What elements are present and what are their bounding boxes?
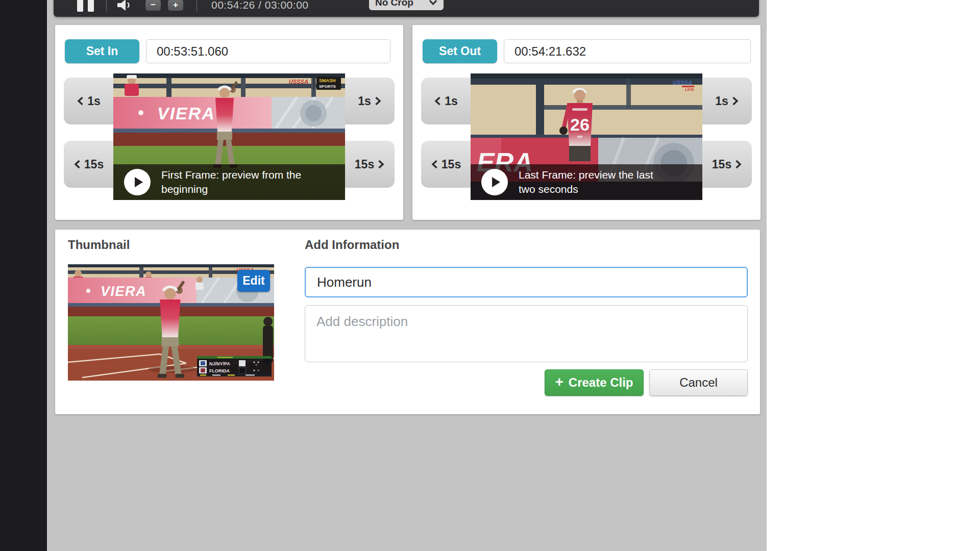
- set-in-button[interactable]: Set In: [65, 39, 139, 63]
- first-frame-caption-overlay: First Frame: preview from the beginning: [113, 164, 345, 200]
- scoreboard-team-1: NJ/NY/PA: [209, 361, 230, 366]
- chevron-right-icon: [732, 96, 739, 106]
- play-first-frame-button[interactable]: [124, 169, 151, 195]
- jersey-number: 26: [570, 115, 590, 134]
- clip-description-input[interactable]: [305, 305, 748, 362]
- last-frame-caption-overlay: Last Frame: preview the last two seconds: [471, 164, 702, 200]
- crop-select[interactable]: No Crop: [369, 0, 444, 10]
- chevron-left-icon: [77, 96, 84, 106]
- step-label: 15s: [355, 158, 374, 171]
- create-clip-button[interactable]: + Create Clip: [545, 369, 644, 396]
- scoreboard-overlay: NJ/NY/PA FLORIDA: [197, 356, 272, 377]
- chevron-left-icon: [74, 160, 81, 169]
- step-back-1s-button[interactable]: 1s: [421, 78, 471, 124]
- last-frame-video: ERA USSSA LIVE 26: [471, 73, 702, 200]
- step-label: 15s: [712, 158, 731, 171]
- step-forward-1s-button[interactable]: 1s: [702, 78, 752, 124]
- smash-watermark: SMASH: [319, 78, 336, 83]
- set-in-preview: 1s 15s 1s 15s: [55, 73, 403, 200]
- chevron-right-icon: [735, 160, 742, 169]
- banner-text: VIERA: [157, 104, 215, 123]
- play-icon: [135, 177, 143, 187]
- create-clip-panel: Thumbnail: [55, 230, 760, 414]
- playback-time-display: 00:54:26 / 03:00:00: [211, 0, 309, 11]
- divider: [197, 0, 197, 11]
- player-control-bar: − + 00:54:26 / 03:00:00 No Crop: [54, 0, 759, 17]
- step-label: 1s: [358, 94, 371, 108]
- set-out-button[interactable]: Set Out: [423, 39, 497, 63]
- scoreboard-team-2: FLORIDA: [209, 368, 230, 373]
- zoom-out-button[interactable]: −: [145, 0, 161, 11]
- step-back-1s-button[interactable]: 1s: [64, 78, 114, 124]
- pause-icon: [77, 0, 83, 12]
- cancel-button[interactable]: Cancel: [649, 369, 748, 396]
- step-forward-1s-button[interactable]: 1s: [345, 78, 395, 124]
- step-forward-15s-button[interactable]: 15s: [345, 141, 395, 188]
- step-label: 15s: [84, 158, 104, 171]
- set-in-panel: Set In 1s 15s 1s: [55, 25, 403, 220]
- usssa-live-watermark: USSSA: [673, 80, 692, 86]
- live-watermark: LIVE: [685, 87, 694, 92]
- zoom-in-button[interactable]: +: [168, 0, 183, 11]
- step-back-15s-button[interactable]: 15s: [421, 141, 471, 188]
- chevron-right-icon: [378, 160, 384, 169]
- chevron-down-icon: [429, 0, 437, 5]
- chevron-left-icon: [431, 160, 438, 169]
- set-out-time-input[interactable]: [504, 39, 751, 63]
- last-frame-caption: Last Frame: preview the last two seconds: [519, 168, 653, 196]
- play-icon: [492, 177, 500, 187]
- step-label: 1s: [715, 94, 728, 108]
- clip-thumbnail: VIERA USSSA: [68, 264, 274, 381]
- usssa-watermark: USSSA: [289, 79, 308, 85]
- set-out-panel: Set Out 1s 15s 1s: [412, 25, 761, 220]
- step-label: 1s: [87, 94, 101, 108]
- pause-icon: [88, 0, 94, 12]
- volume-button[interactable]: [117, 0, 132, 11]
- form-actions: + Create Clip Cancel: [305, 369, 748, 396]
- first-frame-caption: First Frame: preview from the beginning: [161, 168, 301, 196]
- step-forward-15s-button[interactable]: 15s: [702, 141, 752, 188]
- left-letterbox: [0, 0, 47, 551]
- step-back-15s-button[interactable]: 15s: [64, 141, 114, 188]
- clip-editor-page: − + 00:54:26 / 03:00:00 No Crop Set In 1…: [47, 0, 767, 551]
- create-clip-label: Create Clip: [569, 375, 633, 390]
- step-label: 1s: [445, 94, 458, 108]
- chevron-left-icon: [434, 96, 441, 106]
- edit-thumbnail-button[interactable]: Edit: [237, 270, 270, 292]
- divider: [106, 0, 107, 11]
- step-label: 15s: [442, 158, 461, 171]
- crop-select-value: No Crop: [375, 0, 413, 8]
- banner-text: VIERA: [101, 284, 146, 299]
- chevron-right-icon: [375, 96, 381, 106]
- pause-button[interactable]: [77, 0, 94, 12]
- set-out-preview: 1s 15s 1s 15s: [412, 73, 761, 200]
- volume-icon: [117, 0, 132, 11]
- thumbnail-heading: Thumbnail: [68, 238, 130, 252]
- first-frame-video: VIERA USSSA SMASH SPORTS: [113, 73, 345, 200]
- set-in-time-input[interactable]: [146, 39, 390, 63]
- add-information-heading: Add Information: [305, 238, 399, 252]
- clip-title-input[interactable]: [305, 267, 748, 297]
- sports-watermark: SPORTS: [319, 84, 336, 89]
- play-last-frame-button[interactable]: [481, 169, 508, 195]
